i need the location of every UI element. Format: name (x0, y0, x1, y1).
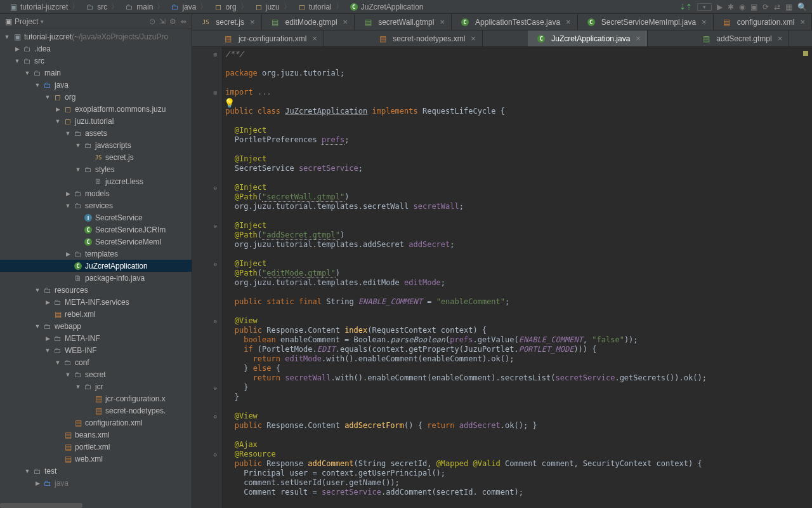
breadcrumb-item[interactable]: ▣tutorial-juzcret (4, 3, 70, 11)
tree-node[interactable]: ▼🗀conf (0, 356, 192, 368)
make-icon[interactable]: ⇣⇡ (679, 3, 692, 11)
stop-icon[interactable]: ▣ (750, 3, 757, 11)
editor-tab[interactable]: CJuZcretApplication.java× (528, 30, 648, 46)
editor-tab[interactable]: ▤addSecret.gtmpl× (693, 30, 789, 46)
code-editor[interactable]: /**/ package org.juzu.tutorial; import .… (221, 47, 812, 508)
tree-node[interactable]: ▼🗀jcr (0, 380, 192, 392)
tree-node[interactable]: ▼🗀src (0, 55, 192, 67)
tree-node[interactable]: ▤configuration.xml (0, 417, 192, 429)
close-icon[interactable]: × (566, 17, 571, 27)
tree-node[interactable]: CSecretServiceJCRIm (0, 224, 192, 236)
tree-node[interactable]: CSecretServiceMemI (0, 236, 192, 248)
tree-node[interactable]: ▶🗀META-INF (0, 332, 192, 344)
tree-node[interactable]: ▼◻org (0, 91, 192, 103)
editor-tab[interactable]: ▤secretWall.gtmpl× (355, 14, 452, 30)
vcs-icon[interactable]: ⇄ (774, 3, 780, 11)
close-icon[interactable]: × (702, 17, 707, 27)
tree-node[interactable]: 🗎package-info.java (0, 272, 192, 284)
tree-node[interactable]: ▤secret-nodetypes. (0, 404, 192, 417)
editor-tab[interactable]: CApplicationTestCase.java× (452, 14, 578, 30)
hide-icon[interactable]: ⇴ (180, 17, 187, 26)
tree-node[interactable]: ▼▣tutorial-juzcret (~/java/eXoProjects/J… (0, 30, 192, 43)
gutter: ⊞ ⊞ ⊝ ⊝ (192, 47, 221, 508)
breadcrumb-item[interactable]: 🗀java (166, 3, 199, 11)
tree-node[interactable]: ▼🗀styles (0, 163, 192, 175)
tree-node[interactable]: ▼🗀WEB-INF (0, 344, 192, 356)
editor-tab[interactable]: ▤secret-nodetypes.xml× (369, 30, 483, 46)
tree-node[interactable]: ISecretService (0, 211, 192, 224)
breadcrumb-item[interactable]: ◻juzu (249, 3, 282, 11)
breadcrumb-item[interactable]: 🗀main (120, 3, 155, 11)
close-icon[interactable]: × (636, 34, 641, 43)
tree-node[interactable]: ▶🗀templates (0, 248, 192, 260)
tree-node[interactable]: ▶🗀META-INF.services (0, 296, 192, 308)
close-icon[interactable]: × (800, 17, 805, 27)
breadcrumb-item[interactable]: ◻tutorial (292, 3, 334, 11)
close-icon[interactable]: × (440, 17, 445, 27)
tree-node[interactable]: ▼🗀secret (0, 368, 192, 380)
tree-node[interactable]: ▼🗀javascripts (0, 139, 192, 151)
tree-node[interactable]: CJuZcretApplication (0, 260, 192, 272)
locate-icon[interactable]: ⊙ (149, 17, 155, 26)
tree-node[interactable]: ▼◻juzu.tutorial (0, 115, 192, 127)
tree-node[interactable]: ▶🗀.idea (0, 43, 192, 55)
tree-node[interactable]: ▤web.xml (0, 453, 192, 465)
tree-node[interactable]: ▶🗀java (0, 477, 192, 489)
intention-bulb-icon[interactable]: 💡 (224, 98, 235, 108)
close-icon[interactable]: × (250, 17, 255, 27)
search-icon[interactable]: 🔍 (797, 3, 807, 11)
settings-icon[interactable]: ⚙ (169, 17, 176, 26)
breadcrumb-item[interactable]: ◻org (209, 3, 239, 11)
tree-node[interactable]: ▤rebel.xml (0, 308, 192, 320)
debug-icon[interactable]: ✱ (728, 3, 734, 11)
tree-node[interactable]: ▶🗀models (0, 187, 192, 199)
collapse-icon[interactable]: ⇲ (159, 17, 166, 26)
breadcrumb-item[interactable]: 🗀src (81, 3, 110, 11)
tree-node[interactable]: 🗎juzcret.less (0, 175, 192, 187)
close-icon[interactable]: × (471, 34, 476, 43)
editor-tab[interactable]: JSsecret.js× (192, 14, 261, 30)
grid-icon[interactable]: ▦ (785, 3, 792, 11)
close-icon[interactable]: × (312, 34, 317, 43)
dropdown-icon[interactable]: ▾ (697, 3, 712, 11)
tree-node[interactable]: ▼🗀services (0, 199, 192, 211)
tree-node[interactable]: ▼🗀assets (0, 127, 192, 139)
tree-node[interactable]: ▶◻exoplatform.commons.juzu (0, 103, 192, 115)
dropdown-icon[interactable]: ▾ (41, 18, 44, 25)
editor-tab[interactable]: ▤jcr-configuration.xml× (215, 30, 324, 46)
tree-node[interactable]: ▼🗀main (0, 67, 192, 79)
project-tool-icon[interactable]: ▣ (5, 17, 12, 26)
editor-tab[interactable]: ▤editMode.gtmpl× (262, 14, 355, 30)
breadcrumb: ▣tutorial-juzcret〉🗀src〉🗀main〉🗀java〉◻org〉… (0, 1, 679, 12)
tree-node[interactable]: ▤beans.xml (0, 429, 192, 441)
tree-node[interactable]: ▤jcr-configuration.x (0, 392, 192, 404)
breadcrumb-item[interactable]: CJuZcretApplication (344, 3, 426, 11)
editor-tab[interactable]: CSecretServiceMemImpl.java× (578, 14, 714, 30)
editor-tabs-row-2: ▤jcr-configuration.xml×▤secret-nodetypes… (192, 30, 812, 47)
tree-node[interactable]: ▼🗀test (0, 465, 192, 477)
editor-tab[interactable]: ▤configuration.xml× (714, 14, 812, 30)
close-icon[interactable]: × (778, 34, 783, 43)
tree-node[interactable]: ▼🗀java (0, 79, 192, 91)
coverage-icon[interactable]: ◉ (739, 3, 745, 11)
tree-node[interactable]: ▤portlet.xml (0, 441, 192, 453)
project-tree[interactable]: ▼▣tutorial-juzcret (~/java/eXoProjects/J… (0, 29, 192, 502)
scrollbar[interactable] (0, 503, 82, 508)
project-tool-title: Project (15, 17, 38, 26)
inspection-indicator[interactable] (803, 51, 808, 56)
tree-node[interactable]: ▼🗀resources (0, 284, 192, 296)
tree-node[interactable]: ▼🗀webapp (0, 320, 192, 332)
toolbar-icons: ⇣⇡ ▾ ▶ ✱ ◉ ▣ ⟳ ⇄ ▦ 🔍 (679, 3, 812, 11)
close-icon[interactable]: × (343, 17, 348, 27)
run-icon[interactable]: ▶ (717, 3, 723, 11)
tree-node[interactable]: JSsecret.js (0, 151, 192, 163)
editor-tabs-row-1: JSsecret.js×▤editMode.gtmpl×▤secretWall.… (192, 14, 812, 30)
sync-icon[interactable]: ⟳ (763, 3, 769, 11)
